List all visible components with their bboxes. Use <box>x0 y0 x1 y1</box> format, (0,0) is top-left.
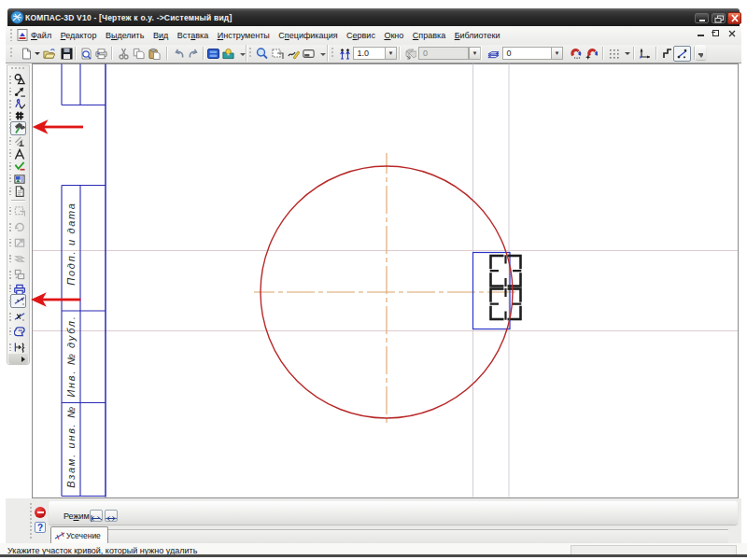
svg-text:Взам. инв. №: Взам. инв. № <box>65 405 77 487</box>
svg-text:Инв. № дубл.: Инв. № дубл. <box>65 315 77 397</box>
svg-text:Подп. и дата: Подп. и дата <box>65 202 77 285</box>
